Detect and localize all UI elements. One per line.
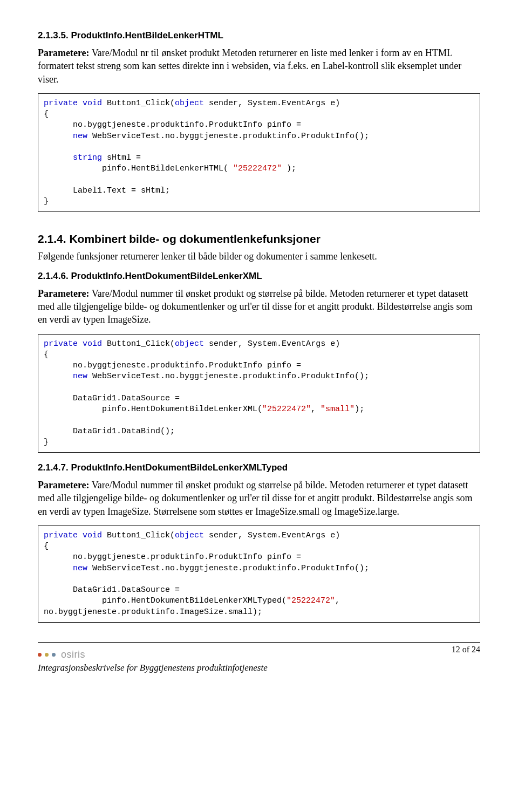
kw-private: private	[44, 99, 78, 108]
heading-title: Kombinert bilde- og dokumentlenkefunksjo…	[69, 233, 321, 245]
heading-2135: 2.1.3.5. ProduktInfo.HentBildeLenkerHTML	[38, 30, 480, 41]
footer-separator	[38, 642, 480, 643]
code-text: pinfo.HentBildeLenkerHTML(	[44, 164, 233, 173]
para-2147: Parametere: Vare/Modul nummer til ønsket…	[38, 479, 480, 518]
code-string: "25222472"	[233, 164, 282, 173]
code-text: pinfo.HentDokumentBildeLenkerXMLTyped(	[44, 596, 287, 605]
code-block-1: private void Button1_Click(object sender…	[38, 93, 480, 213]
code-text: no.byggtjeneste.produktinfo.ProduktInfo …	[44, 361, 306, 370]
kw-private: private	[44, 339, 78, 349]
param-label: Parametere:	[38, 47, 90, 58]
footer-doc-title: Integrasjonsbeskrivelse for Byggtjeneste…	[38, 663, 480, 673]
para-214: Følgende funksjoner returnerer lenker ti…	[38, 250, 480, 263]
kw-void: void	[83, 531, 102, 540]
param-text: Vare/Modul nr til ønsket produkt Metoden…	[38, 47, 461, 85]
code-text: DataGrid1.DataSource =	[44, 585, 185, 595]
para-text: Følgende funksjoner returnerer lenker ti…	[38, 251, 377, 262]
heading-num: 2.1.4.7.	[38, 462, 69, 473]
code-text: WebServiceTest.no.byggtjeneste.produktin…	[87, 132, 369, 141]
kw-string: string	[73, 153, 102, 162]
param-label: Parametere:	[38, 480, 90, 490]
code-string: "small"	[321, 405, 355, 414]
heading-num: 2.1.3.5.	[38, 30, 69, 40]
para-2135: Parametere: Vare/Modul nr til ønsket pro…	[38, 46, 480, 86]
code-text: pinfo.HentDokumentBildeLenkerXML(	[44, 405, 262, 414]
heading-num: 2.1.4.6.	[38, 271, 69, 281]
heading-2146: 2.1.4.6. ProduktInfo.HentDokumentBildeLe…	[38, 271, 480, 282]
page-footer: 12 of 24 osiris Integrasjonsbeskrivelse …	[38, 645, 480, 673]
para-2146: Parametere: Vare/Modul nummer til ønsket…	[38, 287, 480, 326]
code-block-3: private void Button1_Click(object sender…	[38, 526, 480, 623]
code-text: {	[44, 110, 49, 119]
code-text: {	[44, 350, 49, 359]
logo-dot-icon	[45, 653, 49, 657]
heading-title: ProduktInfo.HentBildeLenkerHTML	[71, 30, 223, 40]
kw-object: object	[175, 339, 204, 349]
kw-new: new	[73, 132, 87, 141]
code-text: ,	[335, 596, 345, 605]
kw-void: void	[83, 339, 102, 349]
kw-private: private	[44, 531, 78, 540]
code-text: }	[44, 197, 49, 206]
param-text: Vare/Modul nummer til ønsket produkt og …	[38, 480, 473, 517]
page: 2.1.3.5. ProduktInfo.HentBildeLenkerHTML…	[0, 0, 518, 690]
footer-brand: osiris	[61, 649, 85, 660]
code-text: );	[282, 164, 296, 173]
kw-object: object	[175, 99, 204, 108]
code-text: sHtml =	[102, 153, 146, 162]
heading-2147: 2.1.4.7. ProduktInfo.HentDokumentBildeLe…	[38, 462, 480, 473]
footer-logo: osiris	[38, 649, 480, 660]
code-text: Button1_Click(	[102, 531, 175, 540]
logo-dot-icon	[38, 653, 42, 657]
code-text: ,	[311, 405, 321, 414]
code-text: DataGrid1.DataSource =	[44, 394, 185, 403]
code-text: Button1_Click(	[102, 339, 175, 349]
kw-object: object	[175, 531, 204, 540]
heading-214: 2.1.4. Kombinert bilde- og dokumentlenke…	[38, 233, 480, 245]
code-block-2: private void Button1_Click(object sender…	[38, 334, 480, 453]
code-text: no.byggtjeneste.produktinfo.ImageSize.sm…	[44, 608, 262, 617]
kw-new: new	[73, 564, 87, 573]
code-text: no.byggtjeneste.produktinfo.ProduktInfo …	[44, 552, 306, 562]
page-number: 12 of 24	[452, 645, 480, 654]
code-string: "25222472"	[287, 596, 335, 605]
heading-title: ProduktInfo.HentDokumentBildeLenkerXMLTy…	[71, 462, 288, 473]
param-text: Vare/Modul nummer til ønsket produkt og …	[38, 288, 473, 325]
code-text: sender, System.EventArgs e)	[204, 339, 340, 349]
code-text: sender, System.EventArgs e)	[204, 99, 340, 108]
code-text: WebServiceTest.no.byggtjeneste.produktin…	[87, 372, 369, 381]
code-text: );	[355, 405, 364, 414]
param-label: Parametere:	[38, 288, 90, 299]
code-text: Label1.Text = sHtml;	[44, 186, 170, 195]
code-text: }	[44, 438, 49, 447]
code-text: DataGrid1.DataBind();	[44, 427, 175, 436]
heading-num: 2.1.4.	[38, 233, 66, 245]
code-text: no.byggtjeneste.produktinfo.ProduktInfo …	[44, 120, 306, 129]
code-string: "25222472"	[262, 405, 311, 414]
code-text: Button1_Click(	[102, 99, 175, 108]
code-text: WebServiceTest.no.byggtjeneste.produktin…	[87, 564, 369, 573]
heading-title: ProduktInfo.HentDokumentBildeLenkerXML	[71, 271, 262, 281]
code-text: {	[44, 542, 49, 551]
logo-dot-icon	[52, 653, 56, 657]
code-text: sender, System.EventArgs e)	[204, 531, 340, 540]
kw-void: void	[83, 99, 102, 108]
kw-new: new	[73, 372, 87, 381]
